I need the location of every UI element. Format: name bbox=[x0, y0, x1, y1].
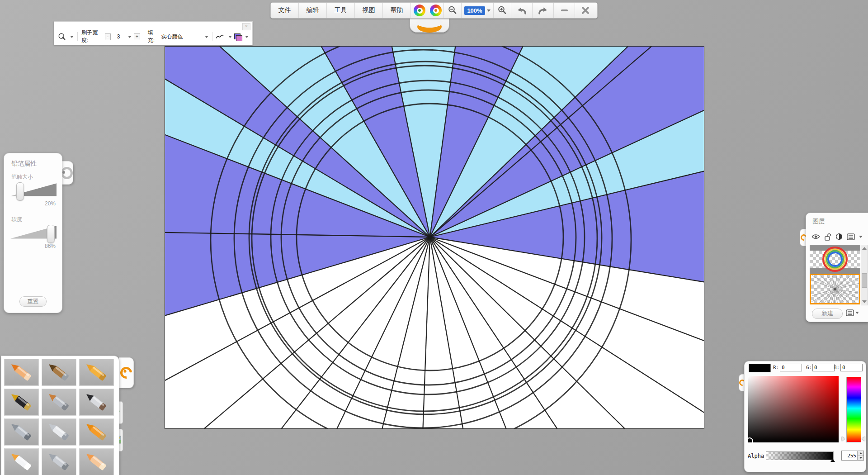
curve-style-dropdown-icon[interactable] bbox=[228, 36, 232, 38]
alpha-spinner bbox=[841, 451, 864, 461]
layer-menu-icon[interactable] bbox=[847, 233, 855, 240]
alpha-spin-up-button[interactable] bbox=[858, 451, 863, 456]
scroll-down-icon[interactable] bbox=[862, 300, 867, 303]
menu-tools[interactable]: 工具 bbox=[326, 3, 354, 18]
fill-dropdown-icon[interactable] bbox=[205, 36, 208, 38]
redo-icon bbox=[537, 5, 549, 16]
brush-flat-brush[interactable] bbox=[42, 389, 76, 416]
fill-color-swatch-icon[interactable] bbox=[234, 33, 241, 40]
fountain-pen-icon bbox=[7, 391, 36, 413]
red-label: R: bbox=[773, 365, 779, 370]
hue-marker-right-icon[interactable] bbox=[862, 437, 865, 441]
clown-eye-left-button[interactable] bbox=[410, 3, 428, 18]
redo-button[interactable] bbox=[532, 3, 553, 18]
zoom-dropdown-icon[interactable] bbox=[487, 10, 491, 12]
brush-toolbar-close-button[interactable]: ✕ bbox=[242, 23, 250, 30]
rainbow-circle-thumbnail bbox=[810, 245, 860, 274]
hue-bar[interactable] bbox=[846, 377, 861, 442]
curve-style-icon[interactable] bbox=[216, 33, 224, 40]
brush-width-increase-button[interactable]: + bbox=[134, 33, 140, 40]
layers-panel-title: 图层 bbox=[812, 218, 825, 226]
red-input[interactable] bbox=[780, 364, 802, 371]
reset-button[interactable]: 重置 bbox=[19, 296, 47, 307]
layer-opacity-icon[interactable] bbox=[835, 233, 843, 240]
fill-select[interactable]: 实心颜色 bbox=[161, 33, 200, 41]
fill-label: 填充: bbox=[148, 29, 159, 44]
brush-width-decrease-button[interactable]: - bbox=[105, 33, 111, 40]
layer-item-radial-lines-selected[interactable] bbox=[810, 274, 860, 304]
brush-size-slider-thumb[interactable] bbox=[16, 182, 24, 200]
layer-menu-dropdown-icon[interactable] bbox=[859, 236, 863, 238]
menu-help[interactable]: 帮助 bbox=[382, 3, 410, 18]
brush-quill-knife[interactable] bbox=[42, 448, 76, 475]
drawing-canvas[interactable] bbox=[165, 46, 704, 429]
pencil-properties-panel: 铅笔属性 笔触大小 20% 软度 86% 重置 bbox=[4, 153, 62, 313]
airbrush-icon bbox=[7, 421, 36, 443]
brush-airbrush[interactable] bbox=[4, 418, 39, 446]
brush-palette-tab[interactable] bbox=[119, 357, 134, 388]
mascot-chin bbox=[410, 17, 449, 33]
brush-paint-jar[interactable] bbox=[4, 448, 39, 475]
clown-eye-left-icon bbox=[414, 5, 425, 16]
palette-knife-icon bbox=[45, 421, 74, 443]
zoom-in-icon bbox=[497, 5, 507, 15]
paint-jar-icon bbox=[7, 451, 36, 473]
fill-color-dropdown-icon[interactable] bbox=[245, 36, 249, 38]
softness-slider[interactable] bbox=[10, 225, 57, 242]
zoom-level-control[interactable]: 100% bbox=[461, 3, 493, 18]
undo-button[interactable] bbox=[511, 3, 532, 18]
color-picker-panel: R: G: B: Alpha bbox=[744, 361, 866, 472]
alpha-value-input[interactable] bbox=[842, 451, 857, 460]
brush-palette-knife[interactable] bbox=[42, 418, 76, 446]
alpha-spin-down-button[interactable] bbox=[858, 456, 863, 461]
close-button[interactable] bbox=[575, 3, 596, 18]
layer-visibility-eye-icon[interactable] bbox=[811, 233, 820, 240]
green-input[interactable] bbox=[812, 364, 835, 371]
alpha-label: Alpha bbox=[748, 453, 764, 459]
clown-eye-right-button[interactable] bbox=[428, 3, 443, 18]
alpha-marker-icon[interactable] bbox=[830, 459, 835, 462]
zoom-in-button[interactable] bbox=[493, 3, 511, 18]
pencil-panel-title: 铅笔属性 bbox=[11, 160, 37, 168]
brush-size-value: 20% bbox=[45, 200, 56, 207]
minimize-button[interactable] bbox=[553, 3, 575, 18]
softness-value: 86% bbox=[45, 243, 56, 249]
softness-slider-thumb[interactable] bbox=[47, 225, 55, 243]
layers-bottom-menu-button[interactable] bbox=[846, 309, 859, 316]
clown-eye-right-icon bbox=[430, 5, 442, 16]
sv-cursor-icon[interactable] bbox=[746, 437, 753, 445]
scroll-up-icon[interactable] bbox=[862, 247, 867, 250]
undo-icon bbox=[516, 5, 528, 16]
zoom-level-value: 100% bbox=[464, 6, 485, 15]
brush-shape-icon[interactable] bbox=[58, 32, 66, 41]
brush-fountain-pen[interactable] bbox=[4, 389, 39, 416]
menu-view[interactable]: 视图 bbox=[354, 3, 382, 18]
scrollbar-thumb[interactable] bbox=[862, 273, 867, 288]
brush-eraser[interactable] bbox=[79, 448, 114, 475]
flat-brush-icon bbox=[45, 391, 74, 413]
brush-width-dropdown-icon[interactable] bbox=[128, 36, 132, 38]
brush-size-slider[interactable] bbox=[10, 182, 57, 200]
hue-marker-left-icon[interactable] bbox=[842, 437, 845, 441]
brush-paint-roller[interactable] bbox=[79, 418, 114, 446]
brush-writing-brush[interactable] bbox=[79, 389, 114, 416]
menu-edit[interactable]: 编辑 bbox=[298, 3, 326, 18]
layer-lock-open-icon[interactable] bbox=[824, 233, 831, 241]
layers-scrollbar[interactable] bbox=[861, 245, 868, 305]
new-layer-button[interactable]: 新建 bbox=[812, 309, 843, 319]
current-color-swatch bbox=[749, 364, 771, 372]
pencil-panel-tab[interactable] bbox=[61, 161, 73, 185]
zoom-out-button[interactable] bbox=[443, 3, 461, 18]
menu-file[interactable]: 文件 bbox=[271, 3, 298, 18]
radial-lines-thumbnail bbox=[811, 275, 859, 303]
layer-item-rainbow-circle[interactable] bbox=[810, 245, 860, 274]
brush-shape-dropdown-icon[interactable] bbox=[70, 36, 74, 38]
brush-pencil[interactable] bbox=[4, 359, 39, 386]
blue-input[interactable] bbox=[840, 364, 863, 371]
paint-roller-icon bbox=[82, 421, 111, 443]
brush-crayon[interactable] bbox=[79, 359, 114, 386]
green-label: G: bbox=[806, 365, 812, 370]
saturation-value-gradient[interactable] bbox=[748, 376, 839, 442]
brush-pastel[interactable] bbox=[42, 359, 76, 386]
alpha-slider[interactable] bbox=[766, 451, 834, 460]
